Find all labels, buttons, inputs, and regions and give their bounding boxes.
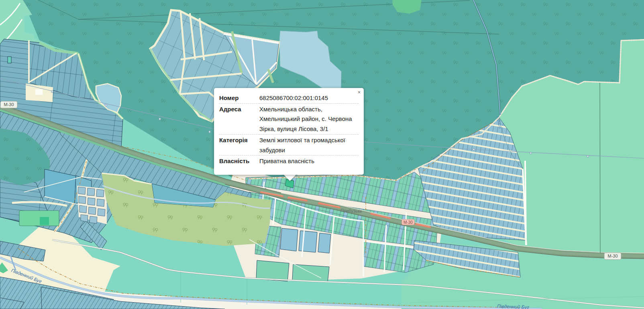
svg-text:Південний Буг: Південний Буг <box>497 303 530 309</box>
svg-text:М-30: М-30 <box>607 254 618 258</box>
svg-text:М-30: М-30 <box>404 220 413 225</box>
svg-text:М-30: М-30 <box>4 102 14 107</box>
